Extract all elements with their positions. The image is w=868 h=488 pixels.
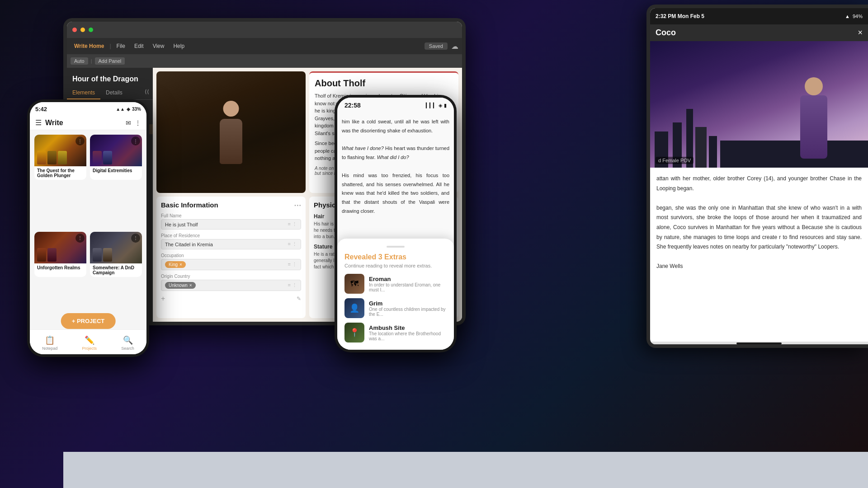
- thumb-chars-unforgotten: [37, 248, 57, 262]
- menu-icon[interactable]: ☰: [35, 118, 42, 127]
- popup-handle[interactable]: [387, 246, 405, 248]
- project-thumb-digital: ⋮: [90, 135, 142, 166]
- revealed-extras-popup: Revealed 3 Extras Continue reading to re…: [337, 239, 454, 350]
- tablet-appbar: Write Home | File Edit View Help Saved ☁: [67, 38, 462, 54]
- remove-tag-button[interactable]: ×: [179, 262, 182, 267]
- tab-details[interactable]: Details: [100, 87, 128, 99]
- basic-info-footer: + ✎: [161, 295, 301, 303]
- minimize-dot[interactable]: [80, 28, 85, 32]
- add-field-button[interactable]: +: [161, 295, 165, 303]
- italic-text-2: What did I do?: [377, 155, 409, 160]
- help-menu[interactable]: Help: [170, 42, 188, 50]
- popup-subtitle: Continue reading to reveal more extras.: [344, 263, 447, 268]
- view-menu[interactable]: View: [149, 42, 168, 50]
- more-icon[interactable]: ⋮: [135, 119, 141, 127]
- character-figure: [213, 101, 249, 164]
- project-thumb-somewhere: ⋮: [90, 232, 142, 263]
- phone-center: 22:58 ▎▎▎ ◈ ▮ him like a cold sweat, unt…: [335, 95, 457, 352]
- thumb-chars-digital: [93, 151, 112, 164]
- char-figure-s1: [93, 248, 102, 262]
- projects-icon: ✏️: [85, 335, 94, 345]
- add-project-button[interactable]: + PROJECT: [61, 313, 116, 329]
- phone-center-screen: 22:58 ▎▎▎ ◈ ▮ him like a cold sweat, unt…: [337, 98, 454, 350]
- fullname-input[interactable]: He is just Tholf = ⋮: [161, 219, 301, 230]
- project-dots-somewhere[interactable]: ⋮: [131, 234, 140, 243]
- projects-tab[interactable]: ✏️ Projects: [76, 333, 102, 352]
- italic-text-1: What have I done?: [342, 145, 384, 151]
- saved-button[interactable]: Saved: [425, 42, 448, 50]
- project-name-somewhere: Somewhere: A DnD Campaign: [93, 265, 139, 275]
- project-card-unforgotten[interactable]: ⋮ Unforgotten Realms: [34, 232, 86, 277]
- origin-field: Origin Country Unknown × = ⋮: [161, 274, 301, 291]
- tablet-topbar: [67, 22, 462, 38]
- phone-left-icons: ▲▲ ◈ 33%: [116, 107, 141, 112]
- ambush-name: Ambush Site: [369, 324, 447, 331]
- sidebar-tabs: Elements Details ⟨⟨: [67, 87, 153, 100]
- eroman-info: Eroman In order to understand Eroman, on…: [369, 276, 447, 292]
- char-figure-s2: [103, 248, 112, 262]
- project-card-digital[interactable]: ⋮ Digital Extremities: [90, 135, 142, 180]
- project-card-golden[interactable]: ⋮ The Quest for the Golden Plunger: [34, 135, 86, 180]
- phone-left-status: 5:42 ▲▲ ◈ 33%: [30, 102, 146, 116]
- tr-close-button[interactable]: ×: [858, 28, 863, 38]
- basic-info-card: Basic Information ⋯ Full Name He is just…: [156, 197, 306, 318]
- edit-menu[interactable]: Edit: [131, 42, 147, 50]
- search-tab[interactable]: 🔍 Search: [116, 333, 140, 352]
- phone-center-icons: ▎▎▎ ◈ ▮: [426, 103, 447, 108]
- tablet-toolbar2: Auto | Add Panel: [67, 54, 462, 68]
- origin-label: Origin Country: [161, 274, 301, 279]
- fullname-label: Full Name: [161, 213, 301, 218]
- phone-left-bottom-nav: 📋 Notepad ✏️ Projects 🔍 Search: [30, 329, 146, 354]
- collapse-sidebar-button[interactable]: ⟨⟨: [141, 87, 153, 99]
- remove-origin-tag-button[interactable]: ×: [189, 283, 192, 288]
- project-dots-unforgotten[interactable]: ⋮: [75, 234, 85, 243]
- notepad-label: Notepad: [42, 346, 57, 351]
- edit-icon[interactable]: ✎: [297, 296, 301, 302]
- grim-info: Grim One of countless children impacted …: [369, 300, 447, 317]
- notepad-tab[interactable]: 📋 Notepad: [37, 333, 63, 352]
- fullname-field: Full Name He is just Tholf = ⋮: [161, 213, 301, 230]
- eroman-name: Eroman: [369, 276, 447, 282]
- project-info-digital: Digital Extremities: [90, 166, 142, 180]
- character-image: [156, 71, 306, 193]
- add-panel-button[interactable]: Add Panel: [95, 57, 125, 65]
- basic-info-menu-button[interactable]: ⋯: [294, 201, 301, 210]
- char-figure-d1: [93, 151, 102, 164]
- cloud-icon: ☁: [451, 42, 458, 51]
- project-dots-digital[interactable]: ⋮: [131, 136, 140, 145]
- occupation-input[interactable]: King × = ⋮: [161, 259, 301, 270]
- extra-item-eroman[interactable]: 🗺 Eroman In order to understand Eroman, …: [344, 274, 447, 294]
- occupation-value: King: [169, 262, 178, 267]
- file-menu[interactable]: File: [113, 42, 129, 50]
- auto-button[interactable]: Auto: [71, 57, 88, 65]
- close-dot[interactable]: [72, 28, 77, 32]
- project-card-somewhere[interactable]: ⋮ Somewhere: A DnD Campaign: [90, 232, 142, 277]
- maximize-dot[interactable]: [89, 28, 93, 32]
- tab-elements[interactable]: Elements: [67, 87, 100, 99]
- tr-text-1: attan with her mother, older brother Cor…: [656, 175, 862, 192]
- basic-info-label: Basic Information: [161, 201, 218, 209]
- phone-center-text: him like a cold sweat, until all he was …: [342, 117, 449, 216]
- ambush-info: Ambush Site The location where the Broth…: [369, 324, 447, 341]
- residence-value: The Citadel in Kremia: [165, 242, 213, 247]
- notepad-icon: 📋: [45, 335, 55, 345]
- pov-label: d Female POV: [656, 157, 693, 164]
- write-home-button[interactable]: Write Home: [71, 42, 108, 50]
- tr-title: Coco: [656, 28, 676, 38]
- tr-text: attan with her mother, older brother Cor…: [656, 174, 862, 272]
- eroman-thumb: 🗺: [344, 274, 364, 294]
- tr-content: attan with her mother, older brother Cor…: [650, 168, 868, 342]
- battery-icon: 33%: [132, 107, 141, 112]
- search-label: Search: [121, 346, 134, 351]
- character-image-card: [156, 71, 306, 193]
- wifi-icon: ◈: [127, 107, 130, 112]
- extra-item-grim[interactable]: 👤 Grim One of countless children impacte…: [344, 298, 447, 318]
- basic-info-title: Basic Information ⋯: [161, 201, 301, 210]
- mail-icon[interactable]: ✉: [126, 119, 131, 127]
- residence-input[interactable]: The Citadel in Kremia = ⋮: [161, 239, 301, 249]
- origin-input[interactable]: Unknown × = ⋮: [161, 280, 301, 291]
- project-dots-golden[interactable]: ⋮: [75, 136, 85, 145]
- tr-image: d Female POV: [650, 41, 868, 168]
- char-figure-3: [58, 151, 67, 164]
- extra-item-ambush[interactable]: 📍 Ambush Site The location where the Bro…: [344, 323, 447, 343]
